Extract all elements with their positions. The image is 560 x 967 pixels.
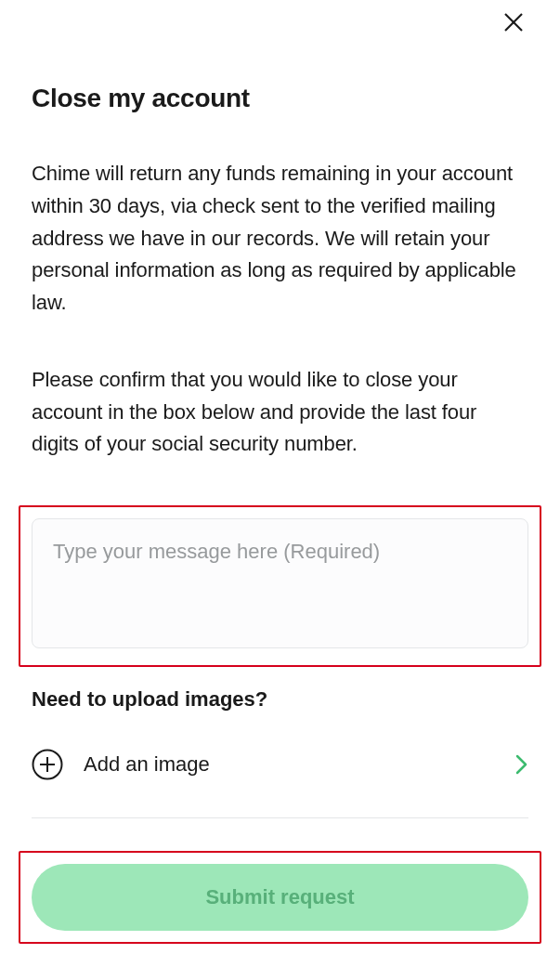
main-content: Close my account Chime will return any f…	[0, 0, 560, 818]
close-button[interactable]	[501, 9, 527, 35]
close-icon	[502, 11, 525, 33]
chevron-right-icon	[515, 754, 528, 775]
info-paragraph-2: Please confirm that you would like to cl…	[32, 364, 528, 461]
add-image-button[interactable]: Add an image	[32, 749, 528, 818]
message-input[interactable]	[32, 518, 528, 648]
upload-heading: Need to upload images?	[32, 687, 528, 712]
message-highlight-box	[19, 505, 541, 667]
plus-circle-icon	[32, 749, 63, 780]
page-title: Close my account	[32, 84, 528, 113]
submit-button[interactable]: Submit request	[32, 864, 528, 931]
submit-highlight-box: Submit request	[19, 851, 541, 944]
add-image-label: Add an image	[84, 752, 515, 777]
info-paragraph-1: Chime will return any funds remaining in…	[32, 158, 528, 320]
